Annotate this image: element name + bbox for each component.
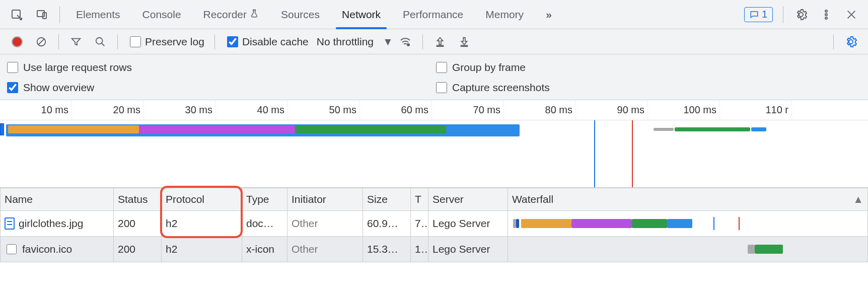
capture-screenshots-input[interactable] bbox=[436, 82, 447, 93]
row-checkbox[interactable] bbox=[7, 244, 17, 254]
flask-icon bbox=[250, 9, 259, 21]
protocol-cell: h2 bbox=[162, 211, 242, 237]
disable-cache-label: Disable cache bbox=[242, 36, 309, 48]
show-overview-input[interactable] bbox=[7, 82, 18, 93]
tabs-overflow[interactable]: » bbox=[535, 0, 563, 29]
initiator-cell: Other bbox=[287, 237, 363, 262]
disable-cache-checkbox[interactable]: Disable cache bbox=[225, 35, 309, 49]
waterfall-cell bbox=[508, 237, 868, 262]
disable-cache-input[interactable] bbox=[227, 36, 238, 47]
svg-rect-10 bbox=[461, 45, 467, 46]
divider bbox=[59, 6, 60, 23]
tick-label: 60 ms bbox=[401, 104, 428, 116]
throttling-select[interactable]: No throttling ▼ bbox=[317, 36, 393, 48]
preserve-log-input[interactable] bbox=[130, 36, 141, 47]
upload-har-icon[interactable] bbox=[431, 33, 449, 51]
tab-elements[interactable]: Elements bbox=[65, 0, 131, 29]
divider bbox=[783, 6, 783, 23]
col-initiator[interactable]: Initiator bbox=[287, 188, 363, 211]
use-large-rows-label: Use large request rows bbox=[23, 61, 132, 73]
group-by-frame-checkbox[interactable]: Group by frame bbox=[434, 60, 863, 75]
capture-screenshots-label: Capture screenshots bbox=[452, 82, 550, 94]
clear-button[interactable] bbox=[32, 33, 50, 51]
timeline-bar bbox=[675, 127, 750, 131]
col-time[interactable]: T bbox=[411, 188, 428, 211]
tick-label: 90 ms bbox=[617, 104, 644, 116]
download-har-icon[interactable] bbox=[455, 33, 473, 51]
tab-performance[interactable]: Performance bbox=[392, 0, 474, 29]
issues-badge[interactable]: 1 bbox=[744, 7, 773, 22]
divider bbox=[214, 34, 215, 49]
tick-label: 110 r bbox=[765, 104, 788, 116]
domcontentloaded-marker bbox=[594, 120, 595, 187]
table-row[interactable]: favicon.ico 200 h2 x-icon Other 15.3… 1.… bbox=[1, 237, 868, 262]
document-icon bbox=[5, 217, 15, 230]
type-cell: doc… bbox=[242, 211, 287, 237]
table-header-row: Name Status Protocol Type Initiator Size… bbox=[1, 188, 868, 211]
group-by-frame-label: Group by frame bbox=[452, 61, 526, 73]
network-conditions-icon[interactable] bbox=[396, 33, 414, 51]
use-large-rows-checkbox[interactable]: Use large request rows bbox=[5, 60, 434, 75]
throttling-label: No throttling bbox=[317, 36, 374, 48]
settings-icon[interactable] bbox=[790, 4, 812, 25]
use-large-rows-input[interactable] bbox=[7, 62, 18, 73]
tab-recorder[interactable]: Recorder bbox=[192, 0, 270, 29]
tab-label: Sources bbox=[281, 9, 320, 21]
tab-memory[interactable]: Memory bbox=[474, 0, 535, 29]
timeline-overview[interactable]: 10 ms 20 ms 30 ms 40 ms 50 ms 60 ms 70 m… bbox=[0, 100, 868, 188]
wf-segment bbox=[748, 245, 755, 254]
svg-point-7 bbox=[96, 37, 103, 44]
svg-point-3 bbox=[825, 10, 827, 12]
divider bbox=[58, 34, 59, 49]
waterfall-row bbox=[512, 216, 863, 231]
preserve-log-checkbox[interactable]: Preserve log bbox=[128, 35, 204, 49]
caret-down-icon: ▼ bbox=[383, 36, 393, 48]
col-status[interactable]: Status bbox=[114, 188, 162, 211]
wf-marker bbox=[713, 217, 714, 230]
file-name: favicon.ico bbox=[22, 243, 72, 255]
network-settings-icon[interactable] bbox=[842, 33, 860, 51]
filter-icon[interactable] bbox=[67, 33, 85, 51]
wf-marker bbox=[739, 217, 740, 230]
waterfall-cell bbox=[508, 211, 868, 237]
server-cell: Lego Server bbox=[428, 211, 508, 237]
tab-console[interactable]: Console bbox=[131, 0, 192, 29]
svg-point-4 bbox=[825, 14, 827, 16]
tab-sources[interactable]: Sources bbox=[270, 0, 331, 29]
tick-label: 30 ms bbox=[185, 104, 212, 116]
tab-label: Network bbox=[342, 9, 381, 21]
col-type[interactable]: Type bbox=[242, 188, 287, 211]
col-server[interactable]: Server bbox=[428, 188, 508, 211]
sort-arrow-icon: ▲ bbox=[853, 193, 863, 205]
network-table-wrap: Name Status Protocol Type Initiator Size… bbox=[0, 188, 868, 262]
record-button[interactable] bbox=[8, 33, 26, 51]
tick-label: 50 ms bbox=[329, 104, 356, 116]
group-by-frame-input[interactable] bbox=[436, 62, 447, 73]
tab-label: Console bbox=[142, 9, 181, 21]
tabs-overflow-glyph: » bbox=[546, 9, 552, 21]
close-icon[interactable] bbox=[841, 4, 862, 25]
svg-rect-9 bbox=[437, 45, 443, 46]
table-row[interactable]: girlclothes.jpg 200 h2 doc… Other 60.9… … bbox=[1, 211, 868, 237]
col-size[interactable]: Size bbox=[363, 188, 411, 211]
timeline-bar bbox=[446, 125, 519, 133]
time-cell: 1.. bbox=[411, 237, 428, 262]
col-name[interactable]: Name bbox=[1, 188, 114, 211]
tick-label: 100 ms bbox=[683, 104, 716, 116]
col-waterfall[interactable]: Waterfall▲ bbox=[508, 188, 868, 211]
wf-segment bbox=[632, 219, 667, 228]
device-toggle-icon[interactable] bbox=[31, 4, 52, 25]
kebab-icon[interactable] bbox=[816, 4, 837, 25]
inspect-icon[interactable] bbox=[6, 4, 27, 25]
timeline-bar bbox=[751, 127, 766, 131]
capture-screenshots-checkbox[interactable]: Capture screenshots bbox=[434, 81, 863, 95]
search-icon[interactable] bbox=[91, 33, 109, 51]
server-cell: Lego Server bbox=[428, 237, 508, 262]
status-cell: 200 bbox=[114, 237, 162, 262]
tab-network[interactable]: Network bbox=[331, 0, 392, 29]
col-protocol[interactable]: Protocol bbox=[162, 188, 242, 211]
tab-label: Memory bbox=[485, 9, 524, 21]
tick-label: 40 ms bbox=[257, 104, 284, 116]
tick-label: 10 ms bbox=[41, 104, 68, 116]
show-overview-checkbox[interactable]: Show overview bbox=[5, 81, 434, 95]
